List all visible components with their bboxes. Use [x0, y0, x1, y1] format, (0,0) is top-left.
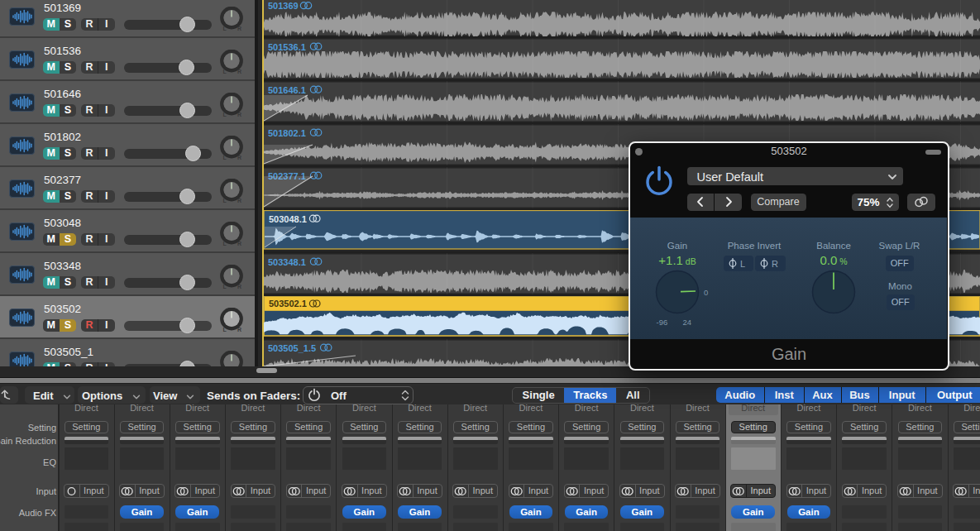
svg-text:R: R	[237, 111, 241, 117]
svg-text:L: L	[223, 197, 227, 203]
svg-text:501646.1: 501646.1	[268, 85, 306, 95]
svg-text:503348.1: 503348.1	[268, 257, 306, 267]
svg-text:501369: 501369	[268, 1, 299, 11]
svg-text:R: R	[237, 68, 241, 74]
svg-text:R: R	[237, 25, 241, 31]
svg-text:503502.1: 503502.1	[269, 299, 307, 309]
svg-text:L: L	[223, 283, 227, 289]
svg-text:L: L	[223, 68, 227, 74]
svg-text:R: R	[772, 258, 778, 268]
svg-text:L: L	[223, 111, 227, 117]
svg-text:R: R	[237, 240, 241, 246]
svg-text:R: R	[237, 326, 241, 332]
svg-text:501802.1: 501802.1	[268, 128, 306, 138]
svg-text:R: R	[237, 154, 241, 160]
svg-text:L: L	[740, 258, 745, 268]
svg-text:L: L	[223, 326, 227, 332]
svg-text:L: L	[223, 154, 227, 160]
svg-text:R: R	[237, 197, 241, 203]
svg-text:R: R	[237, 283, 241, 289]
svg-text:503048.1: 503048.1	[269, 214, 307, 224]
svg-text:503505_1.5: 503505_1.5	[268, 343, 316, 353]
svg-text:501536.1: 501536.1	[268, 42, 306, 52]
svg-text:L: L	[223, 25, 227, 31]
svg-text:L: L	[223, 240, 227, 246]
